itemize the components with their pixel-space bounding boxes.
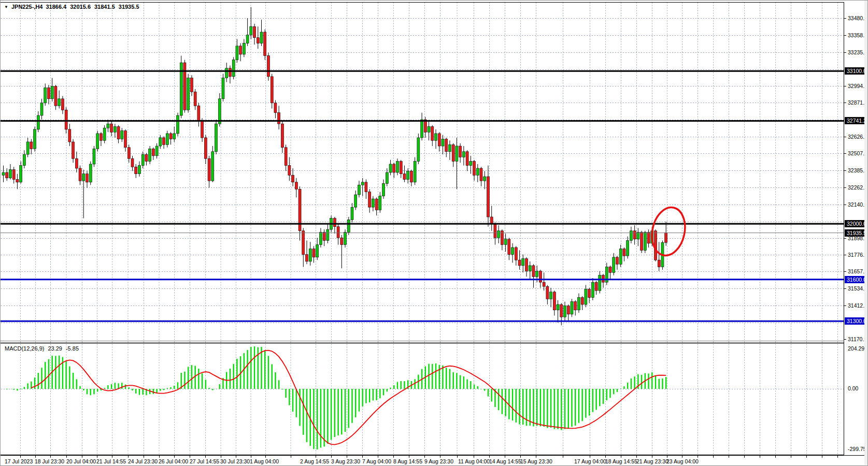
time-axis-label: 20 Jul 04:00: [66, 458, 96, 464]
price-tick-mark: [844, 288, 846, 289]
time-tick-mark: [424, 456, 425, 458]
time-tick-mark: [837, 456, 838, 458]
time-tick-mark: [505, 456, 505, 458]
time-tick-mark: [729, 456, 729, 458]
time-tick-mark: [563, 456, 563, 458]
macd-value: 23.29: [48, 345, 62, 352]
ohlc-high: 32015.6: [70, 4, 91, 10]
symbol-bar: ▼ JPN225-,H4 31866.4 32015.6 31841.5 319…: [4, 4, 139, 10]
time-tick-mark: [489, 456, 490, 458]
time-tick-mark: [159, 456, 160, 458]
time-tick-mark: [536, 456, 536, 458]
candle: [344, 229, 347, 247]
time-axis-label: 30 Jul 23:30: [220, 458, 250, 464]
time-axis-label: 18 Aug 14:55: [605, 458, 637, 464]
time-tick-mark: [760, 456, 760, 458]
time-tick-mark: [20, 456, 21, 458]
time-axis-label: 17 Jul 2023: [5, 458, 33, 464]
symbol-dropdown-icon[interactable]: ▼: [4, 5, 8, 9]
time-tick-mark: [144, 456, 144, 458]
time-axis[interactable]: 17 Jul 202318 Jul 23:3020 Jul 04:0021 Ju…: [1, 455, 868, 466]
price-tick-mark: [844, 271, 846, 272]
time-tick-mark: [440, 456, 440, 458]
window-edge-right: [864, 1, 868, 466]
candle: [211, 146, 214, 182]
time-tick-mark: [236, 456, 236, 458]
time-tick-mark: [652, 456, 652, 458]
time-tick-mark: [605, 456, 606, 458]
time-tick-mark: [265, 456, 266, 458]
time-axis-label: 2 Aug 14:55: [300, 458, 329, 464]
time-axis-label: 23 Aug 04:00: [666, 458, 699, 464]
macd-name: MACD(12,26,9): [5, 345, 44, 352]
time-axis-label: 24 Jul 23:30: [128, 458, 158, 464]
macd-signal-value: -5.85: [66, 345, 79, 352]
time-tick-mark: [520, 456, 521, 458]
time-tick-mark: [713, 456, 714, 458]
time-axis-label: 15 Aug 23:30: [520, 458, 552, 464]
price-axis[interactable]: 33480.533358.033235.532994.032871.532626…: [844, 1, 864, 455]
time-axis-label: 1 Aug 04:00: [250, 458, 279, 464]
candle: [232, 57, 235, 79]
candle: [267, 53, 269, 81]
ohlc-close: 31935.5: [119, 4, 139, 10]
time-tick-mark: [174, 456, 175, 458]
candle: [180, 56, 182, 119]
time-tick-mark: [667, 456, 667, 458]
time-tick-mark: [50, 456, 51, 458]
macd-axis-max: 204.29: [848, 345, 864, 352]
candle: [103, 125, 106, 143]
time-axis-label: 18 Jul 23:30: [35, 458, 64, 464]
time-tick-mark: [112, 456, 112, 458]
candle: [96, 131, 99, 152]
candle: [641, 231, 643, 253]
price-tick-mark: [844, 255, 846, 255]
macd-axis-min: -299.75: [848, 446, 866, 452]
chart-plot-area[interactable]: [1, 1, 844, 455]
candle: [414, 157, 416, 185]
price-tick-mark: [844, 238, 846, 239]
time-tick-mark: [205, 456, 206, 458]
ohlc-open: 31866.4: [46, 4, 66, 10]
time-axis-label: 21 Aug 23:30: [636, 458, 668, 464]
time-axis-label: 17 Aug 04:00: [574, 458, 606, 464]
price-tick-mark: [844, 35, 846, 36]
candle: [183, 60, 186, 113]
time-tick-mark: [378, 456, 378, 458]
price-tick-mark: [844, 103, 846, 103]
time-axis-label: 11 Aug 04:00: [458, 458, 490, 464]
candle: [93, 146, 95, 167]
price-tick-mark: [844, 86, 846, 86]
time-tick-mark: [636, 456, 637, 458]
time-tick-mark: [291, 456, 291, 458]
price-tick-mark: [844, 170, 846, 171]
candle: [417, 134, 420, 164]
price-tick-mark: [844, 18, 846, 19]
time-tick-mark: [331, 456, 332, 458]
candle: [654, 229, 657, 261]
time-tick-mark: [82, 456, 82, 458]
time-tick-mark: [682, 456, 682, 458]
time-axis-label: 7 Aug 04:00: [362, 458, 391, 464]
candle: [177, 113, 179, 137]
price-tick-mark: [844, 305, 846, 306]
time-tick-mark: [590, 456, 590, 458]
candle: [34, 126, 36, 151]
candle: [347, 217, 350, 235]
symbol-name[interactable]: JPN225-,H4: [11, 4, 43, 10]
time-tick-mark: [393, 456, 394, 458]
trading-chart-window: ▼ JPN225-,H4 31866.4 32015.6 31841.5 319…: [0, 0, 868, 466]
time-tick-mark: [744, 456, 745, 458]
time-tick-mark: [621, 456, 621, 458]
time-tick-mark: [128, 456, 129, 458]
time-tick-mark: [66, 456, 67, 458]
time-axis-label: 9 Aug 23:30: [424, 458, 453, 464]
macd-axis-zero: 0.00: [848, 385, 858, 391]
time-tick-mark: [347, 456, 347, 458]
price-tick-mark: [844, 187, 846, 188]
candle: [187, 74, 190, 112]
price-tick-mark: [844, 52, 846, 53]
time-tick-mark: [362, 456, 363, 458]
candle: [149, 146, 151, 164]
ohlc-low: 31841.5: [94, 4, 115, 10]
